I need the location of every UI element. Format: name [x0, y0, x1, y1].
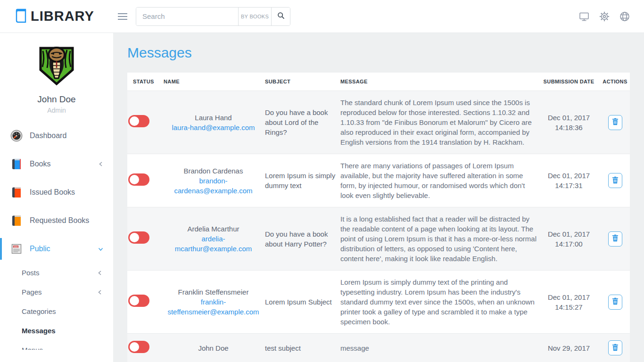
- contact-name: Franklin Steffensmeier: [164, 287, 263, 297]
- sidebar-subitem-messages[interactable]: Messages: [0, 321, 113, 340]
- time-line: 14:17:31: [538, 181, 599, 190]
- app-logo: LIBRARY: [0, 8, 113, 25]
- chevron-left-icon: [98, 161, 104, 167]
- sidebar-item-dashboard[interactable]: Dashboard: [0, 122, 113, 150]
- sidebar: John Doe Admin DashboardBooksIssued Book…: [0, 33, 113, 362]
- message-subject: Lorem Ipsum is simply dummy text: [264, 154, 339, 207]
- status-toggle[interactable]: [128, 173, 149, 186]
- display-icon[interactable]: [578, 10, 590, 23]
- table-row: Brandon Cardenasbrandon-cardenas@example…: [127, 154, 630, 207]
- toggle-knob: [130, 296, 139, 305]
- toggle-knob: [130, 233, 139, 242]
- message-subject: Do you have a book about Harry Potter?: [264, 207, 339, 271]
- user-profile: John Doe Admin: [0, 33, 113, 114]
- sidebar-item-issued-books[interactable]: Issued Books: [0, 178, 113, 206]
- book-blue-icon: [10, 158, 23, 170]
- submission-date: Dec 01, 201714:15:27: [537, 271, 600, 334]
- user-role: Admin: [0, 107, 113, 114]
- brand-name: LIBRARY: [31, 8, 94, 24]
- date-line: Dec 01, 2017: [538, 113, 599, 123]
- delete-button[interactable]: [608, 115, 622, 130]
- date-line: Nov 29, 2017: [538, 343, 599, 353]
- contact-email-link[interactable]: franklin-steffensmeier@example.com: [164, 297, 263, 317]
- delete-button[interactable]: [608, 295, 622, 310]
- message-body: There are many variations of passages of…: [339, 154, 537, 207]
- column-header-actions: ACTIONS: [600, 73, 630, 91]
- page-title: Messages: [127, 45, 630, 61]
- message-subject: test subject: [264, 334, 339, 362]
- table-row: John Doetest subjectmessageNov 29, 2017: [127, 334, 630, 362]
- trash-icon: [612, 297, 619, 306]
- sidebar-subitem-menus[interactable]: Menus: [0, 340, 113, 360]
- message-subject: Lorem Ipsum Subject: [264, 271, 339, 334]
- column-header-message: MESSAGE: [339, 73, 537, 91]
- globe-icon[interactable]: [619, 10, 631, 23]
- main-content: Messages STATUSNAMESUBJECTMESSAGESUBMISS…: [113, 33, 644, 362]
- sidebar-item-label: Public: [30, 245, 50, 253]
- messages-table-body: Laura Handlaura-hand@example.comDo you h…: [127, 91, 630, 362]
- message-body: The standard chunk of Lorem Ipsum used s…: [339, 91, 537, 154]
- sidebar-nav: DashboardBooksIssued BooksRequested Book…: [0, 122, 113, 360]
- dashboard-gauge-icon: [10, 130, 23, 142]
- contact-email-link[interactable]: laura-hand@example.com: [172, 123, 255, 132]
- sidebar-subitem-categories[interactable]: Categories: [0, 302, 113, 321]
- column-header-name: NAME: [163, 73, 264, 91]
- sidebar-item-label: Dashboard: [30, 132, 66, 140]
- search-input[interactable]: [136, 8, 238, 25]
- toggle-knob: [130, 342, 139, 352]
- message-subject: Do you have a book about Lord of the Rin…: [264, 91, 339, 154]
- delete-button[interactable]: [608, 173, 622, 188]
- message-body: message: [339, 334, 537, 362]
- sidebar-item-public[interactable]: Public: [0, 235, 113, 263]
- newspaper-icon: [10, 243, 23, 255]
- trash-icon: [612, 344, 619, 353]
- date-line: Dec 01, 2017: [538, 292, 599, 302]
- settings-gear-icon[interactable]: [598, 10, 611, 23]
- book-orange-icon: [10, 214, 23, 227]
- chevron-down-icon: [98, 246, 104, 252]
- search-filter-dropdown[interactable]: BY BOOKS: [238, 8, 271, 25]
- sidebar-item-books[interactable]: Books: [0, 150, 113, 178]
- delete-button[interactable]: [608, 231, 622, 247]
- delete-button[interactable]: [608, 340, 622, 355]
- submission-date: Dec 01, 201714:17:31: [537, 154, 600, 207]
- sidebar-item-requested-books[interactable]: Requested Books: [0, 206, 113, 235]
- contact-name: Ardelia Mcarthur: [164, 224, 263, 234]
- toggle-knob: [130, 116, 139, 126]
- sidebar-subitem-label: Pages: [22, 288, 42, 296]
- sidebar-subitem-label: Menus: [22, 346, 43, 354]
- chevron-left-icon: [97, 270, 103, 276]
- contact-name: Laura Hand: [164, 113, 263, 123]
- search-button[interactable]: [271, 8, 290, 25]
- sidebar-subitem-posts[interactable]: Posts: [0, 263, 113, 282]
- contact-email-link[interactable]: brandon-cardenas@example.com: [164, 176, 263, 196]
- sidebar-submenu-public: PostsPagesCategoriesMessagesMenus: [0, 263, 113, 360]
- status-toggle[interactable]: [128, 295, 149, 307]
- status-toggle[interactable]: [128, 115, 149, 127]
- topbar-icon-group: [578, 10, 631, 23]
- trash-icon: [612, 234, 619, 243]
- contact-email-link[interactable]: ardelia-mcarthur@example.com: [164, 234, 263, 254]
- avatar: [35, 44, 78, 90]
- table-header: STATUSNAMESUBJECTMESSAGESUBMISSION DATEA…: [127, 73, 630, 91]
- submission-date: Nov 29, 2017: [537, 334, 600, 362]
- time-line: 14:18:36: [538, 123, 599, 132]
- toggle-knob: [130, 175, 139, 184]
- trash-icon: [612, 118, 619, 127]
- book-logo-icon: [14, 8, 27, 25]
- sidebar-subitem-pages[interactable]: Pages: [0, 282, 113, 302]
- status-toggle[interactable]: [128, 341, 149, 353]
- date-line: Dec 01, 2017: [538, 171, 599, 181]
- table-row: Franklin Steffensmeierfranklin-steffensm…: [127, 271, 630, 334]
- book-red-icon: [10, 186, 23, 198]
- status-toggle[interactable]: [128, 231, 149, 244]
- trash-icon: [612, 176, 619, 185]
- time-line: 14:17:00: [538, 239, 599, 249]
- table-row: Ardelia Mcarthurardelia-mcarthur@example…: [127, 207, 630, 271]
- sidebar-item-label: Books: [30, 160, 50, 168]
- menu-toggle-button[interactable]: [118, 11, 130, 22]
- contact-name: Brandon Cardenas: [164, 166, 263, 176]
- column-header-date: SUBMISSION DATE: [537, 73, 600, 91]
- time-line: 14:15:27: [538, 302, 599, 312]
- submission-date: Dec 01, 201714:18:36: [537, 91, 600, 154]
